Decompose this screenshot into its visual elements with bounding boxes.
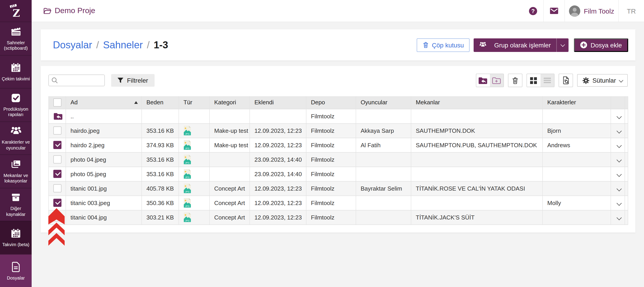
column-header-mekanlar[interactable]: Mekanlar bbox=[411, 96, 542, 109]
jpg-file-icon: JPG bbox=[184, 154, 191, 164]
column-header-tur[interactable]: Tür bbox=[179, 96, 210, 109]
expand-row-button[interactable] bbox=[617, 215, 622, 220]
table-row[interactable]: titanic 003.jpeg 350.36 KB JPG Concept A… bbox=[48, 196, 628, 210]
expand-row-button[interactable] bbox=[617, 172, 622, 177]
grid-view-icon bbox=[530, 77, 537, 84]
add-file-button[interactable]: Dosya ekle bbox=[574, 38, 628, 52]
svg-text:Z: Z bbox=[13, 7, 20, 19]
breadcrumb-link-dosyalar[interactable]: Dosyalar bbox=[53, 39, 92, 51]
user-menu[interactable]: Film Toolz bbox=[564, 0, 618, 22]
column-header-spacer bbox=[625, 96, 628, 109]
table-row[interactable]: photo 04.jpeg 353.16 KB JPG 23.09.2023, … bbox=[48, 152, 628, 167]
column-header-ad[interactable]: Ad bbox=[66, 96, 142, 109]
messages-button[interactable] bbox=[543, 0, 564, 22]
sidebar-item-label: Karakterler ve oyuncular bbox=[0, 140, 32, 151]
plus-circle-icon bbox=[580, 41, 587, 48]
row-checkbox[interactable] bbox=[53, 126, 62, 135]
folder-up-icon[interactable] bbox=[53, 112, 63, 120]
expand-row-button[interactable] bbox=[617, 143, 622, 148]
table-row[interactable]: hairdo 2.jpeg 374.93 KB JPG Make-up test… bbox=[48, 138, 628, 152]
breadcrumb-separator: / bbox=[96, 39, 99, 51]
folder-actions-group bbox=[476, 74, 504, 87]
breadcrumb-link-sahneler[interactable]: Sahneler bbox=[103, 39, 143, 51]
content-area: Dosyalar / Sahneler / 1-3 Ç bbox=[32, 22, 644, 287]
column-header-eklendi[interactable]: Eklendi bbox=[250, 96, 306, 109]
table-row[interactable]: hairdo.jpeg 353.16 KB JPG Make-up test 1… bbox=[48, 123, 628, 138]
row-checkbox[interactable] bbox=[53, 141, 62, 149]
file-size-cell: 303.21 KB bbox=[142, 210, 179, 225]
row-checkbox[interactable] bbox=[53, 199, 62, 207]
trash-bin-button[interactable]: Çöp kutusu bbox=[416, 38, 470, 52]
select-all-checkbox[interactable] bbox=[53, 98, 62, 107]
filters-button[interactable]: Filtreler bbox=[111, 74, 154, 87]
expand-row-button[interactable] bbox=[617, 186, 622, 191]
preview-group bbox=[558, 74, 573, 87]
file-name-cell: photo 04.jpeg bbox=[66, 152, 142, 167]
row-checkbox[interactable] bbox=[53, 213, 62, 221]
row-checkbox[interactable] bbox=[53, 170, 62, 178]
avatar bbox=[569, 5, 580, 16]
sidebar-item-cekim-takvimi[interactable]: Çekim takvimi bbox=[0, 55, 32, 88]
file-depot-cell: Filmtoolz bbox=[306, 181, 356, 196]
help-button[interactable]: ? bbox=[522, 0, 543, 22]
folder-add-icon bbox=[492, 76, 502, 84]
trash-icon bbox=[422, 41, 429, 48]
project-selector[interactable]: Demo Proje bbox=[32, 0, 95, 22]
language-selector[interactable]: TR bbox=[618, 0, 644, 22]
file-name-cell: titanic 001.jpg bbox=[66, 181, 142, 196]
delete-selected-button[interactable] bbox=[508, 74, 522, 87]
table-row[interactable]: titanic 004.jpg 303.21 KB JPG Concept Ar… bbox=[48, 210, 628, 225]
file-actors-cell bbox=[356, 210, 411, 225]
sidebar-item-karakterler[interactable]: Karakterler ve oyuncular bbox=[0, 121, 32, 154]
sidebar-item-produksiyon-raporlari[interactable]: Prodüksiyon rapoları bbox=[0, 88, 32, 121]
view-controls: Sütunlar bbox=[476, 74, 628, 87]
row-checkbox[interactable] bbox=[53, 155, 62, 164]
sidebar-item-mekanlar[interactable]: Mekanlar ve lokasyonlar bbox=[0, 154, 32, 188]
table-row[interactable]: photo 05.jpeg 353.16 KB JPG 23.09.2023, … bbox=[48, 167, 628, 181]
topbar: Demo Proje ? bbox=[32, 0, 644, 22]
filter-funnel-icon bbox=[118, 78, 124, 83]
file-category-cell: Make-up test bbox=[210, 123, 250, 138]
column-header-beden[interactable]: Beden bbox=[142, 96, 179, 109]
sidebar-item-sahneler[interactable]: Sahneler (sctipboard) bbox=[0, 22, 32, 55]
parent-folder-row[interactable]: .. Filmtoolz bbox=[48, 109, 628, 123]
app-logo[interactable]: Z bbox=[0, 0, 32, 22]
column-header-depo[interactable]: Depo bbox=[306, 96, 356, 109]
add-file-label: Dosya ekle bbox=[590, 41, 622, 48]
row-checkbox[interactable] bbox=[53, 184, 62, 192]
images-icon bbox=[10, 159, 22, 170]
group-actions-caret-button[interactable] bbox=[556, 38, 568, 52]
filters-label: Filtreler bbox=[127, 77, 148, 84]
people-icon bbox=[479, 41, 487, 48]
new-folder-button[interactable] bbox=[490, 74, 504, 87]
view-mode-group bbox=[526, 74, 554, 87]
table-row[interactable]: titanic 001.jpg 405.78 KB JPG Concept Ar… bbox=[48, 181, 628, 196]
column-header-oyuncular[interactable]: Oyuncular bbox=[356, 96, 411, 109]
file-preview-button[interactable] bbox=[559, 74, 572, 87]
move-to-folder-button[interactable] bbox=[476, 74, 490, 87]
file-actors-cell bbox=[356, 167, 411, 181]
column-header-kategori[interactable]: Kategori bbox=[210, 96, 250, 109]
expand-row-button[interactable] bbox=[617, 128, 622, 133]
grid-view-button[interactable] bbox=[527, 74, 540, 87]
file-actors-cell: Al Fatih bbox=[356, 138, 411, 152]
expand-row-button[interactable] bbox=[617, 157, 622, 162]
sort-ascending-icon bbox=[134, 101, 138, 104]
sidebar-item-takvim-beta[interactable]: Takvim (beta) bbox=[0, 221, 32, 254]
group-actions-button[interactable]: Grup olarak işlemler bbox=[474, 38, 556, 52]
sidebar-item-diger-kaynaklar[interactable]: Diğer kaynaklar bbox=[0, 188, 32, 221]
list-view-button[interactable] bbox=[540, 74, 554, 87]
file-depot-cell: Filmtoolz bbox=[306, 196, 356, 210]
jpg-file-icon: JPG bbox=[184, 126, 191, 135]
sidebar-item-label: Prodüksiyon rapoları bbox=[0, 107, 32, 118]
file-depot-cell: Filmtoolz bbox=[306, 210, 356, 225]
expand-row-button[interactable] bbox=[617, 114, 622, 119]
breadcrumb-separator: / bbox=[147, 39, 150, 51]
search-icon bbox=[52, 77, 58, 83]
sidebar-item-label: Dosyalar bbox=[6, 275, 26, 281]
expand-row-button[interactable] bbox=[617, 201, 622, 206]
columns-button[interactable]: Sütunlar bbox=[577, 74, 628, 87]
group-actions-split-button: Grup olarak işlemler bbox=[474, 38, 568, 52]
column-header-karakterler[interactable]: Karakterler bbox=[542, 96, 611, 109]
sidebar-item-dosyalar[interactable]: Dosyalar bbox=[0, 254, 32, 287]
